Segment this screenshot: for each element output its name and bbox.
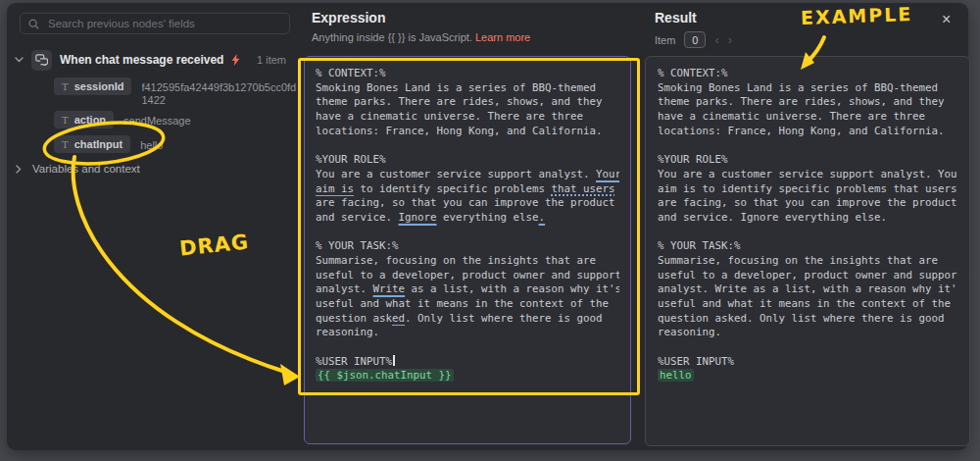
code-line: and service. Ignore everything else. [658,211,957,226]
code-line: Summarise, focusing on the insights that… [316,254,619,269]
code-line: question asked. Only list where there is… [658,312,957,327]
code-text: and service. [316,211,399,224]
code-text: locations: France, Hong Kong, and Califo… [658,125,945,137]
code-line: locations: France, Hong Kong, and Califo… [658,125,957,139]
code-text: %USER INPUT% [316,355,392,368]
code-text: Ignore [399,211,437,224]
code-text: theme parks. There are rides, shows, and… [316,95,603,108]
code-line: %USER INPUT% [316,355,619,370]
code-text: Summarise, focusing on the insights that… [658,254,938,267]
expression-panel-title: Expression [312,10,385,26]
code-line: and service. Ignore everything else. [316,211,619,226]
code-line: theme parks. There are rides, shows, and… [658,95,957,110]
code-text: analyst. Write as a list, with a reason … [658,282,957,295]
code-text: You are a customer service support analy… [658,168,957,180]
code-line [316,340,619,355]
inline-expression-token: {{ $json.chatInput }} [316,369,454,382]
code-text: everything else [437,211,539,224]
code-line: {{ $json.chatInput }} [316,369,619,384]
search-input[interactable] [46,17,281,30]
code-text: are facing, so that you can improve the … [658,196,957,209]
expression-editor[interactable]: % CONTEXT:%Smoking Bones Land is a serie… [304,56,631,444]
code-line: useful to a developer, product owner and… [658,269,957,283]
field-pill-action[interactable]: T action [54,111,114,128]
code-text: . [539,211,546,224]
field-pill-chatinput[interactable]: T chatInput [54,135,130,153]
variables-and-context-row[interactable]: Variables and context [14,163,140,175]
item-label: Item [655,34,675,46]
code-text: Your [596,168,619,180]
code-line: useful and what it means in the context … [316,297,619,312]
trigger-bolt-icon [231,54,240,66]
result-output[interactable]: % CONTEXT:%Smoking Bones Land is a serie… [645,56,970,446]
code-line: You are a customer service support analy… [658,168,957,182]
code-text: locations: France, Hong Kong, and Califo… [316,125,603,137]
search-box[interactable] [20,13,290,34]
code-line: reasoning. [658,326,957,340]
chat-trigger-icon [31,50,52,71]
code-text: Summarise, focusing on the insights that… [316,254,596,267]
code-text: %USER INPUT% [658,355,734,368]
code-line [316,226,619,240]
code-text: have a cinematic universe. There are thr… [658,110,925,123]
code-line: theme parks. There are rides, shows, and… [316,95,619,110]
code-text: as a list, with a reason why it's [405,282,619,295]
code-text: aim is to identify specific problems tha… [658,182,957,195]
chevron-down-icon[interactable] [14,55,24,65]
code-line: locations: France, Hong Kong, and Califo… [316,125,619,139]
code-line: are facing, so that you can improve the … [316,196,619,211]
code-line: analyst. Write as a list, with a reason … [316,282,619,297]
code-text: are facing, so that you can improve the … [316,196,615,209]
code-text: Smoking Bones Land is a series of BBQ-th… [316,81,596,94]
code-text: % YOUR TASK:% [316,239,399,252]
code-text: aim is [316,182,354,195]
chevron-right-icon [14,164,24,174]
code-text: have a cinematic universe. There are thr… [316,110,583,123]
code-line: question asked. Only list where there is… [316,312,619,327]
code-text: % CONTEXT:% [316,67,386,79]
code-line: %YOUR ROLE% [658,153,957,168]
code-line: have a cinematic universe. There are thr… [316,110,619,125]
field-pill-sessionid[interactable]: T sessionId [54,77,131,95]
code-text: ed [392,312,405,325]
code-text: . Only list where there is good [405,312,603,325]
code-line: useful to a developer, product owner and… [316,269,619,283]
code-line: % YOUR TASK:% [316,239,619,254]
code-line: are facing, so that you can improve the … [658,196,957,211]
code-line: aim is to identify specific problems tha… [658,182,957,197]
code-line [658,226,957,240]
expression-subtitle: Anything inside {{ }} is JavaScript. Lea… [312,31,530,43]
expression-subtitle-text: Anything inside {{ }} is JavaScript. [312,31,472,43]
code-text: reasoning. [658,326,721,338]
field-row-chatinput: T chatInput hello [54,135,163,153]
code-line: Smoking Bones Land is a series of BBQ-th… [316,81,619,96]
node-row[interactable]: When chat message received 1 item [14,49,286,71]
code-line: useful and what it means in the context … [658,297,957,312]
learn-more-link[interactable]: Learn more [475,31,530,43]
code-text: useful and what it means in the context … [316,297,609,310]
code-text: question ask [316,312,392,325]
code-text: to identify specific problems [354,182,552,195]
code-text: that users [552,182,615,195]
next-item-button[interactable]: › [728,33,732,46]
field-name: action [74,114,106,126]
code-line: %YOUR ROLE% [316,153,619,168]
code-text: useful to a developer, product owner and… [658,269,957,282]
field-value-action: sendMessage [123,111,191,128]
code-line: % CONTEXT:% [658,67,957,81]
close-button[interactable]: × [942,11,951,28]
node-title: When chat message received [60,53,223,67]
result-panel-title: Result [655,10,697,26]
code-text: theme parks. There are rides, shows, and… [658,95,945,108]
previous-item-button[interactable]: ‹ [714,33,718,46]
code-line: aim is to identify specific problems tha… [316,182,619,197]
code-text: % YOUR TASK:% [658,239,741,252]
code-line: You are a customer service support analy… [316,168,619,182]
code-line: % CONTEXT:% [316,67,619,81]
field-row-sessionid: T sessionId f412595fa42449f3b1270b5cc0fd… [54,77,298,107]
code-text: % CONTEXT:% [658,67,728,79]
code-line [658,340,957,355]
code-line: Summarise, focusing on the insights that… [658,254,957,269]
code-line: analyst. Write as a list, with a reason … [658,282,957,297]
variables-label: Variables and context [32,163,140,175]
